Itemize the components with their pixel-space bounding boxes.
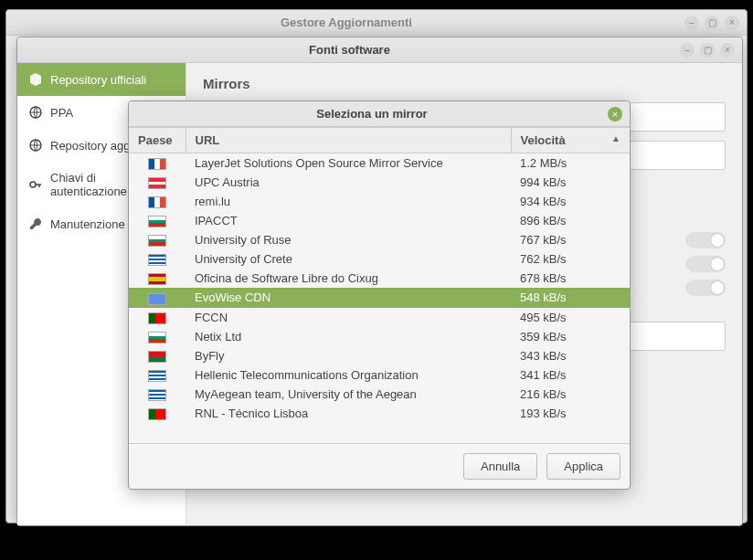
mirror-speed: 767 kB/s xyxy=(511,230,630,249)
mirror-url: remi.lu xyxy=(186,192,511,211)
flag-icon xyxy=(148,235,166,247)
maximize-icon[interactable]: ▢ xyxy=(705,16,719,30)
mirror-speed: 994 kB/s xyxy=(511,173,630,192)
table-row[interactable]: remi.lu934 kB/s xyxy=(129,192,630,211)
table-row[interactable]: University of Ruse767 kB/s xyxy=(129,230,630,249)
toggle-1[interactable] xyxy=(685,232,726,248)
mirror-url: Hellenic Telecommunications Organization xyxy=(186,365,511,385)
flag-icon xyxy=(148,254,166,266)
mirror-speed: 343 kB/s xyxy=(511,346,630,365)
wrench-icon xyxy=(28,217,43,231)
mirror-speed: 934 kB/s xyxy=(511,192,630,211)
close-icon[interactable]: × xyxy=(725,16,739,30)
table-row[interactable]: MyAegean team, University of the Aegean2… xyxy=(129,385,630,404)
flag-icon xyxy=(148,216,166,227)
table-row[interactable]: ByFly343 kB/s xyxy=(129,346,630,365)
mirror-speed: 762 kB/s xyxy=(511,249,630,269)
toggle-3[interactable] xyxy=(685,280,726,296)
window-title: Gestore Aggiornamenti xyxy=(14,16,679,29)
key-icon xyxy=(28,177,43,192)
flag-icon xyxy=(148,389,166,401)
mirror-speed: 216 kB/s xyxy=(511,385,630,404)
cancel-button[interactable]: Annulla xyxy=(463,453,537,480)
mirror-url: Netix Ltd xyxy=(186,327,511,346)
maximize-icon[interactable]: ▢ xyxy=(700,43,715,58)
mirror-url: LayerJet Solutions Open Source Mirror Se… xyxy=(186,153,511,174)
section-title: Mirrors xyxy=(203,76,726,91)
mirror-speed: 341 kB/s xyxy=(511,365,630,385)
dialog-title: Seleziona un mirror xyxy=(136,107,608,121)
globe-icon xyxy=(28,138,43,153)
mirror-speed: 1.2 MB/s xyxy=(511,153,630,174)
mirror-url: MyAegean team, University of the Aegean xyxy=(186,385,511,404)
mirror-url: ByFly xyxy=(186,346,511,365)
flag-icon xyxy=(148,408,166,420)
mirror-speed: 548 kB/s xyxy=(511,288,630,307)
svg-point-2 xyxy=(30,182,36,187)
col-speed[interactable]: Velocità ▲ xyxy=(511,128,630,153)
flag-icon xyxy=(148,177,166,189)
mirror-url: UPC Austria xyxy=(186,173,511,192)
close-icon[interactable]: × xyxy=(608,107,622,122)
dialog-titlebar: Seleziona un mirror × xyxy=(129,101,630,127)
flag-icon xyxy=(148,332,166,343)
flag-icon xyxy=(148,273,166,285)
mirror-speed: 678 kB/s xyxy=(511,269,630,288)
table-row[interactable]: University of Crete762 kB/s xyxy=(129,249,630,269)
close-icon[interactable]: × xyxy=(720,43,735,58)
mirror-url: University of Ruse xyxy=(186,230,511,249)
table-row[interactable]: IPACCT896 kB/s xyxy=(129,211,630,230)
mirror-table: Paese URL Velocità ▲ LayerJet Solutions … xyxy=(129,127,630,444)
mirror-url: IPACCT xyxy=(186,211,511,230)
mirror-speed: 495 kB/s xyxy=(511,308,630,327)
mirror-url: RNL - Técnico Lisboa xyxy=(186,404,511,423)
minimize-icon[interactable]: – xyxy=(680,43,695,58)
flag-icon xyxy=(148,312,166,324)
flag-icon xyxy=(148,293,166,305)
col-country[interactable]: Paese xyxy=(129,128,186,153)
table-row[interactable]: UPC Austria994 kB/s xyxy=(129,173,630,192)
mirror-url: University of Crete xyxy=(186,249,511,269)
mirror-url: Oficina de Software Libre do Cixug xyxy=(186,269,511,288)
window-title: Fonti software xyxy=(25,43,674,57)
cube-icon xyxy=(28,72,43,87)
table-row[interactable]: FCCN495 kB/s xyxy=(129,308,630,327)
software-sources-titlebar: Fonti software – ▢ × xyxy=(17,37,742,63)
globe-icon xyxy=(28,105,43,120)
mirror-speed: 359 kB/s xyxy=(511,327,630,346)
table-row[interactable]: Netix Ltd359 kB/s xyxy=(129,327,630,346)
flag-icon xyxy=(148,370,166,382)
sidebar-item-label: Manutenzione xyxy=(50,217,125,231)
table-row[interactable]: Oficina de Software Libre do Cixug678 kB… xyxy=(129,269,630,288)
sidebar-item-0[interactable]: Repository ufficiali xyxy=(17,63,186,96)
toggle-2[interactable] xyxy=(685,256,726,272)
table-row[interactable]: RNL - Técnico Lisboa193 kB/s xyxy=(129,404,630,423)
table-row[interactable]: EvoWise CDN548 kB/s xyxy=(129,288,630,307)
sidebar-item-label: PPA xyxy=(50,106,73,120)
mirror-speed: 896 kB/s xyxy=(511,211,630,230)
mirror-speed: 193 kB/s xyxy=(511,404,630,423)
sidebar-item-label: Repository ufficiali xyxy=(50,73,146,87)
dialog-buttons: Annulla Applica xyxy=(129,444,630,489)
flag-icon xyxy=(148,196,166,208)
table-row[interactable]: LayerJet Solutions Open Source Mirror Se… xyxy=(129,153,630,174)
minimize-icon[interactable]: – xyxy=(684,16,699,30)
flag-icon xyxy=(148,351,166,363)
table-row[interactable]: Hellenic Telecommunications Organization… xyxy=(129,365,630,385)
update-manager-titlebar: Gestore Aggiornamenti – ▢ × xyxy=(6,10,747,36)
flag-icon xyxy=(148,158,166,170)
mirror-url: FCCN xyxy=(186,308,511,327)
col-url[interactable]: URL xyxy=(186,128,511,153)
mirror-url: EvoWise CDN xyxy=(186,288,511,307)
select-mirror-dialog: Seleziona un mirror × Paese URL Velocità… xyxy=(128,100,631,490)
apply-button[interactable]: Applica xyxy=(546,453,620,480)
sort-indicator-icon: ▲ xyxy=(611,133,620,143)
